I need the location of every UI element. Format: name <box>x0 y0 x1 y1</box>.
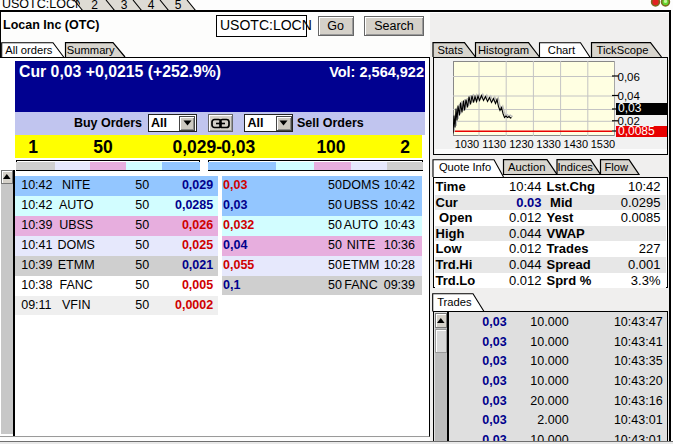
svg-text:3: 3 <box>121 0 128 11</box>
svg-text:USOTC:LOCN: USOTC:LOCN <box>2 0 80 11</box>
svg-text:All orders: All orders <box>5 44 53 56</box>
svg-text:4: 4 <box>148 0 155 11</box>
svg-text:Chart: Chart <box>547 44 575 56</box>
svg-text:Indices: Indices <box>557 161 593 173</box>
svg-text:Stats: Stats <box>437 44 463 56</box>
svg-text:Auction: Auction <box>508 161 545 173</box>
svg-text:Summary: Summary <box>67 44 115 56</box>
svg-text:Quote Info: Quote Info <box>438 161 490 173</box>
svg-text:2: 2 <box>91 0 98 11</box>
svg-text:Trades: Trades <box>437 296 472 308</box>
svg-text:5: 5 <box>175 0 182 11</box>
svg-text:Histogram: Histogram <box>478 44 529 56</box>
svg-text:Flow: Flow <box>604 161 629 173</box>
svg-text:TickScope: TickScope <box>596 44 648 56</box>
